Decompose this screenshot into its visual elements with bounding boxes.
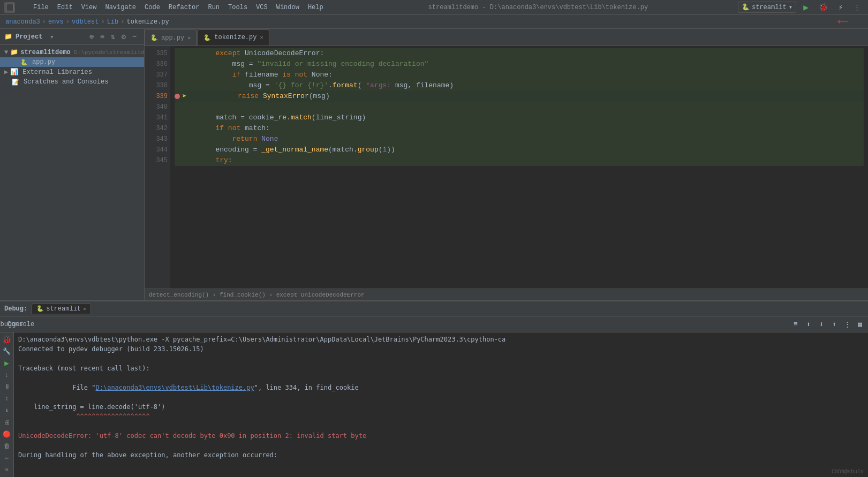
debug-output-line-6: line_string = line.decode('utf-8') <box>18 402 864 412</box>
code-line-345: try: <box>175 155 864 166</box>
side-tool-wrench[interactable]: 🔧 <box>2 346 12 356</box>
debug-menu-btn[interactable]: ≡ <box>790 319 802 330</box>
main-layout: 📁 Project ▾ ⊕ ≡ ⇅ ⚙ − ▼ 📁 streamlitdemo <box>0 29 868 477</box>
side-tool-breakpoint[interactable]: 🔴 <box>2 429 12 439</box>
traceback-link[interactable]: D:\anaconda3\envs\vdbtest\Lib\tokenize.p… <box>96 384 254 391</box>
breadcrumb-part-2[interactable]: envs <box>48 18 64 26</box>
tree-label-streamlitdemo: streamlitdemo <box>20 49 71 56</box>
menu-edit[interactable]: Edit <box>53 3 77 12</box>
project-tree: ▼ 📁 streamlitdemo D:\pycode\streamlitdem… <box>0 45 144 89</box>
collapse-all-btn[interactable]: ≡ <box>97 32 108 42</box>
tree-path-streamlitdemo: D:\pycode\streamlitdemo <box>74 49 144 56</box>
menu-code[interactable]: Code <box>140 3 164 12</box>
py-icon-apppy: 🐍 <box>20 59 28 66</box>
debug-session-label: streamlit <box>46 305 81 313</box>
tab-label-apppy: app.py <box>161 34 184 42</box>
breadcrumb-sep-1: › <box>42 18 46 26</box>
debug-panel: Debug: 🐍 streamlit ✕ Debugger Console ≡ … <box>0 300 868 477</box>
debug-button[interactable]: 🐞 <box>816 1 831 14</box>
run-button[interactable]: ▶ <box>799 1 812 14</box>
code-content[interactable]: except UnicodeDecodeError: msg = "invali… <box>170 46 868 289</box>
more-options-button[interactable]: ⋮ <box>850 1 864 14</box>
run-config-dropdown[interactable]: 🐍 streamlit ▾ <box>738 2 796 13</box>
tabs-bar: 🐍 app.py ✕ 🐍 tokenize.py ✕ <box>145 29 868 46</box>
tab-close-apppy[interactable]: ✕ <box>187 35 191 41</box>
console-tab-btn[interactable]: Console <box>15 319 27 330</box>
code-line-343: return None <box>175 134 864 145</box>
side-tool-step-over[interactable]: ↓ <box>2 370 12 380</box>
side-tool-edit[interactable]: ✏ <box>2 453 12 463</box>
breadcrumb-part-3[interactable]: vdbtest <box>72 18 99 26</box>
side-tool-delete[interactable]: 🗑 <box>2 442 12 451</box>
menu-bar[interactable] <box>4 2 18 13</box>
close-sidebar-btn[interactable]: − <box>129 32 140 42</box>
code-editor[interactable]: 335 336 337 338 339 340 341 342 343 344 … <box>145 46 868 289</box>
debug-more-btn[interactable]: ⋮ <box>841 319 853 330</box>
menu-window[interactable]: Window <box>272 3 304 12</box>
side-tool-bug[interactable]: 🐞 <box>2 335 12 344</box>
debug-grid-btn[interactable]: ▦ <box>854 319 866 330</box>
top-right-controls[interactable]: 🐍 streamlit ▾ ▶ 🐞 ⚡ ⋮ <box>738 1 864 14</box>
watermark: CSDN@shulo <box>832 469 864 475</box>
tree-item-ext-libs[interactable]: ▶ 📊 External Libraries <box>0 67 144 77</box>
menu-help[interactable]: Help <box>304 3 328 12</box>
add-file-btn[interactable]: ⊕ <box>86 32 97 42</box>
debug-label: Debug: <box>4 305 27 313</box>
code-line-339: ➤ raise SyntaxError(msg) <box>175 91 864 102</box>
menu-refactor[interactable]: Refactor <box>164 3 204 12</box>
side-tool-step-into-mine[interactable]: ↕ <box>2 394 12 404</box>
menu-navigate[interactable]: Navigate <box>101 3 140 12</box>
editor-layout: 📁 Project ▾ ⊕ ≡ ⇅ ⚙ − ▼ 📁 streamlitdemo <box>0 29 868 300</box>
side-tool-print[interactable]: 🖨 <box>2 418 12 427</box>
menu-run[interactable]: Run <box>203 3 224 12</box>
code-line-338: msg = '{} for {!r}'.format( *args: msg, … <box>175 80 864 91</box>
tab-apppy[interactable]: 🐍 app.py ✕ <box>145 29 197 46</box>
side-tool-more[interactable]: » <box>2 465 12 475</box>
breadcrumb-sep-4: › <box>120 18 124 26</box>
breadcrumb-part-4[interactable]: Lib <box>107 18 119 26</box>
tree-item-scratches[interactable]: 📝 Scratches and Consoles <box>0 77 144 87</box>
menu-tools[interactable]: Tools <box>224 3 252 12</box>
project-dropdown[interactable]: ▾ <box>50 33 54 41</box>
side-tool-pause[interactable]: ⏸ <box>2 382 12 392</box>
breadcrumb-sep-2: › <box>66 18 70 26</box>
tab-icon-apppy: 🐍 <box>150 34 158 41</box>
tab-label-tokenizepy: tokenize.py <box>214 34 256 41</box>
debug-restore-btn[interactable]: ⬆ <box>828 319 840 330</box>
sidebar-header: 📁 Project ▾ ⊕ ≡ ⇅ ⚙ − <box>0 29 144 45</box>
scratch-icon: 📝 <box>12 79 19 86</box>
execution-arrow: ➤ <box>182 91 186 102</box>
tab-close-tokenizepy[interactable]: ✕ <box>260 34 263 41</box>
tree-arrow-streamlitdemo: ▼ <box>4 49 8 56</box>
debug-output[interactable]: D:\anaconda3\envs\vdbtest\python.exe -X … <box>14 332 868 477</box>
side-tool-resume[interactable]: ▶ <box>2 358 12 368</box>
line-numbers: 335 336 337 338 339 340 341 342 343 344 … <box>145 46 170 289</box>
debug-up-btn[interactable]: ⬆ <box>803 319 814 330</box>
menu-file[interactable]: File <box>29 3 53 12</box>
code-line-341: match = cookie_re.match(line_string) <box>175 112 864 123</box>
tree-item-apppy[interactable]: 🐍 app.py <box>0 57 144 67</box>
debug-session-tab[interactable]: 🐍 streamlit ✕ <box>32 304 91 314</box>
tree-label-scratches: Scratches and Consoles <box>24 78 108 86</box>
sort-btn[interactable]: ⇅ <box>108 32 118 42</box>
breadcrumb-part-1[interactable]: anaconda3 <box>5 18 40 26</box>
tab-tokenizepy[interactable]: 🐍 tokenize.py ✕ <box>198 29 269 46</box>
menu-view[interactable]: View <box>77 3 101 12</box>
debug-output-line-3 <box>18 354 864 364</box>
tree-item-streamlitdemo[interactable]: ▼ 📁 streamlitdemo D:\pycode\streamlitdem… <box>0 47 144 57</box>
tree-label-apppy: app.py <box>32 58 55 66</box>
breakpoint-339 <box>175 94 180 99</box>
tab-icon-tokenizepy: 🐍 <box>203 34 211 41</box>
menu-items[interactable]: File Edit View Navigate Code Refactor Ru… <box>29 3 328 12</box>
profile-button[interactable]: ⚡ <box>834 1 847 14</box>
debug-output-line-1: D:\anaconda3\envs\vdbtest\python.exe -X … <box>18 335 864 344</box>
code-line-344: encoding = _get_normal_name(match.group(… <box>175 145 864 155</box>
debug-session-close[interactable]: ✕ <box>83 306 86 312</box>
debug-down-btn[interactable]: ⬇ <box>816 319 827 330</box>
side-tool-step-out[interactable]: ⬇ <box>2 406 12 415</box>
code-line-336: msg = "invalid or missing encoding decla… <box>175 59 864 70</box>
debug-side-tools: 🐞 🔧 ▶ ↓ ⏸ ↕ ⬇ 🖨 🔴 🗑 ✏ » <box>0 332 14 477</box>
settings-btn[interactable]: ⚙ <box>118 32 129 42</box>
menu-vcs[interactable]: VCS <box>252 3 272 12</box>
debug-output-line-7: ^^^^^^^^^^^^^^^^^^^ <box>18 412 864 421</box>
